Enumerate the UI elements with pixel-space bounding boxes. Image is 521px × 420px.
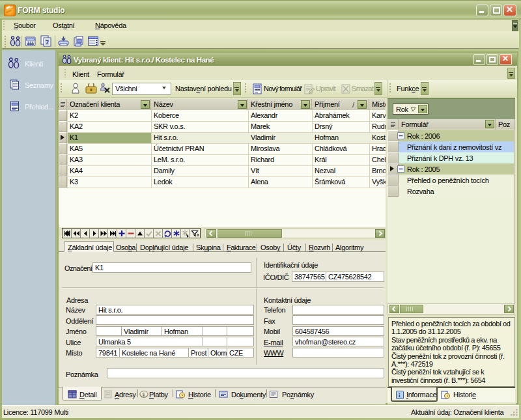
svg-text:$: $ [143,392,145,397]
svg-text:7: 7 [46,39,49,46]
